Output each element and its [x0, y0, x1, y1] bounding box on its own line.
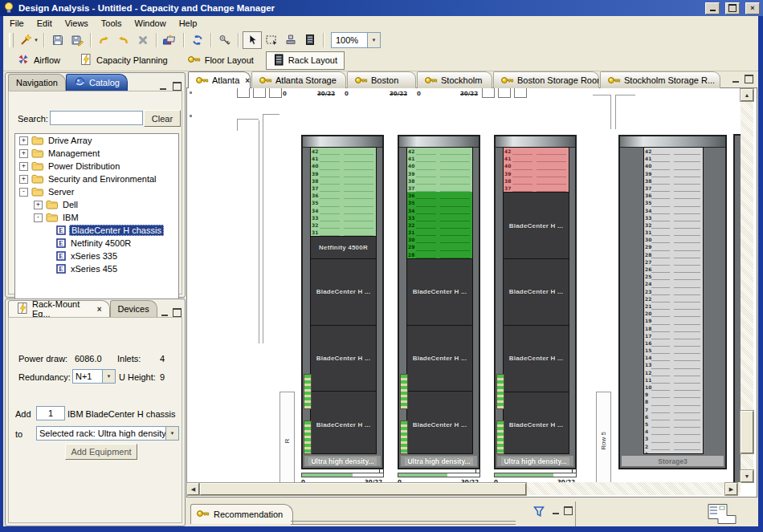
rack-device[interactable]: BladeCenter H ... [407, 258, 472, 325]
rack-layout-canvas[interactable]: 030/22030/22030/224241403938373635343332… [187, 88, 741, 482]
rack-storage3[interactable]: 4241403938373635343332313029282726252423… [618, 135, 727, 469]
redundancy-select[interactable]: N+1 ▼ [72, 369, 116, 384]
marquee-select-button[interactable] [262, 31, 281, 49]
editor-tab-stockholm[interactable]: Stockholm [417, 71, 492, 88]
menu-file[interactable]: File [3, 18, 31, 29]
tab-devices[interactable]: Devices [110, 300, 157, 317]
tree-item-drive-array[interactable]: +Drive Array [15, 134, 178, 147]
tree-item-xseries-455[interactable]: ExSeries 455 [15, 262, 178, 275]
undo-button[interactable] [95, 31, 114, 49]
rack-device[interactable]: BladeCenter H ... [311, 325, 376, 392]
expand-plus-icon[interactable]: + [19, 175, 28, 184]
rack-2[interactable]: 424140393837363534333231302928BladeCente… [398, 135, 480, 469]
equipment-minimize-icon[interactable] [160, 307, 170, 317]
recommendation-maximize-icon[interactable] [562, 506, 573, 515]
perspective-floor-layout[interactable]: Floor Layout [180, 51, 261, 69]
minimize-button[interactable] [705, 2, 720, 14]
menu-views[interactable]: Views [59, 18, 95, 29]
recommendation-minimize-icon[interactable] [550, 506, 561, 515]
rack-name-label[interactable]: Ultra high density... [401, 456, 477, 466]
tree-item-ibm[interactable]: -IBM [15, 211, 178, 224]
add-equipment-button[interactable]: Add Equipment [65, 444, 137, 460]
collapse-minus-icon[interactable]: - [19, 188, 28, 197]
perspective-rack-layout[interactable]: Rack Layout [266, 51, 345, 70]
permissions-key-button[interactable] [215, 31, 235, 49]
tab-rack-mount-equipment[interactable]: Rack-Mount Eq... × [8, 300, 110, 317]
tree-item-security-and-environmental[interactable]: +Security and Environmental [15, 173, 178, 185]
rack-device[interactable]: BladeCenter H ... [311, 258, 376, 325]
expand-plus-icon[interactable]: + [19, 136, 28, 145]
rack-device[interactable]: BladeCenter H ... [407, 325, 472, 392]
target-rack-select[interactable]: Selected rack: Ultra high density ▼ [36, 426, 179, 441]
rack-3[interactable]: 424140393837BladeCenter H ...BladeCenter… [494, 135, 577, 469]
menu-tools[interactable]: Tools [95, 18, 129, 29]
editor-tab-boston[interactable]: Boston [347, 71, 416, 88]
tab-catalog[interactable]: Catalog [66, 74, 128, 91]
save-as-button[interactable] [67, 31, 87, 49]
scroll-right-arrow[interactable]: ▶ [725, 483, 737, 495]
floorplan-minimap-icon[interactable] [707, 503, 737, 526]
rack-device[interactable]: BladeCenter H ... [504, 325, 569, 392]
stamp-button[interactable] [281, 31, 300, 49]
perspective-airflow[interactable]: Airflow [10, 51, 67, 70]
scroll-down-arrow[interactable]: ▼ [741, 470, 753, 482]
clear-button[interactable]: Clear [144, 110, 181, 127]
horizontal-scroll-thumb[interactable] [200, 483, 526, 495]
chevron-down-icon[interactable]: ▼ [34, 38, 39, 43]
tab-close-icon[interactable]: × [97, 305, 102, 314]
rack-device[interactable]: BladeCenter H ... [504, 192, 569, 258]
rack-device[interactable]: BladeCenter H ... [504, 258, 569, 325]
rack-device[interactable]: BladeCenter H ... [311, 391, 376, 454]
close-button[interactable]: × [745, 2, 760, 14]
row-label-row-5[interactable]: Row 5 [596, 392, 611, 482]
editor-tab-stockholm-storage-r-[interactable]: Stockholm Storage R... [600, 71, 720, 88]
editor-tab-atlanta[interactable]: Atlanta× [188, 71, 251, 88]
menu-window[interactable]: Window [129, 18, 173, 29]
vertical-scroll-thumb[interactable] [741, 411, 753, 453]
editor-minimize-icon[interactable] [730, 74, 741, 83]
close-icon[interactable]: × [245, 76, 250, 85]
tree-item-bladecenter-h-chassis[interactable]: EBladeCenter H chassis [15, 224, 178, 237]
rack-device[interactable]: BladeCenter H ... [407, 391, 472, 454]
scroll-left-arrow[interactable]: ◀ [187, 483, 199, 495]
new-wizard-button[interactable] [16, 31, 35, 49]
filter-funnel-icon[interactable] [533, 506, 545, 519]
redo-button[interactable] [114, 31, 133, 49]
rack-device[interactable]: Netfinity 4500R [311, 236, 376, 258]
rack-1[interactable]: 424140393837363534333231Netfinity 4500RB… [301, 135, 384, 469]
equipment-maximize-icon[interactable] [172, 307, 182, 317]
quantity-input[interactable] [36, 406, 65, 420]
editor-tab-atlanta-storage[interactable]: Atlanta Storage [251, 71, 346, 88]
row-label-r[interactable]: R [279, 392, 295, 482]
rack-name-label[interactable]: Storage3 [622, 456, 724, 466]
scroll-up-arrow[interactable]: ▲ [741, 89, 753, 101]
tree-item-management[interactable]: +Management [15, 147, 178, 160]
tab-recommendation[interactable]: Recommendation [190, 504, 293, 524]
tree-item-netfinity-4500r[interactable]: ENetfinity 4500R [15, 237, 178, 250]
tree-item-server[interactable]: -Server [15, 185, 178, 198]
rack-name-label[interactable]: Ultra high density... [497, 456, 573, 466]
select-cursor-button[interactable] [243, 31, 262, 49]
refresh-button[interactable] [188, 31, 207, 49]
rack-tool-button[interactable] [300, 31, 320, 49]
zoom-level-select[interactable]: 100%▼ [331, 32, 381, 48]
search-input[interactable] [50, 111, 143, 125]
expand-plus-icon[interactable]: + [34, 201, 43, 209]
save-button[interactable] [48, 31, 67, 49]
collapse-minus-icon[interactable]: - [34, 213, 43, 222]
catalog-maximize-icon[interactable] [171, 81, 182, 91]
maximize-button[interactable] [725, 2, 740, 14]
rack-name-label[interactable]: Ultra high density... [304, 456, 381, 466]
catalog-minimize-icon[interactable] [157, 81, 169, 91]
tree-item-xseries-335[interactable]: ExSeries 335 [15, 250, 178, 262]
delete-button[interactable] [133, 31, 153, 49]
menu-help[interactable]: Help [173, 18, 204, 29]
editor-maximize-icon[interactable] [743, 74, 754, 83]
expand-plus-icon[interactable]: + [19, 149, 28, 158]
expand-plus-icon[interactable]: + [19, 162, 28, 171]
report-button[interactable] [161, 31, 180, 49]
editor-tab-boston-storage-room[interactable]: Boston Storage Room [493, 71, 599, 88]
tree-item-power-distribution[interactable]: +Power Distribution [15, 160, 178, 173]
tab-navigation[interactable]: Navigation [8, 74, 66, 91]
perspective-capacity-planning[interactable]: Capacity Planning [72, 51, 175, 70]
